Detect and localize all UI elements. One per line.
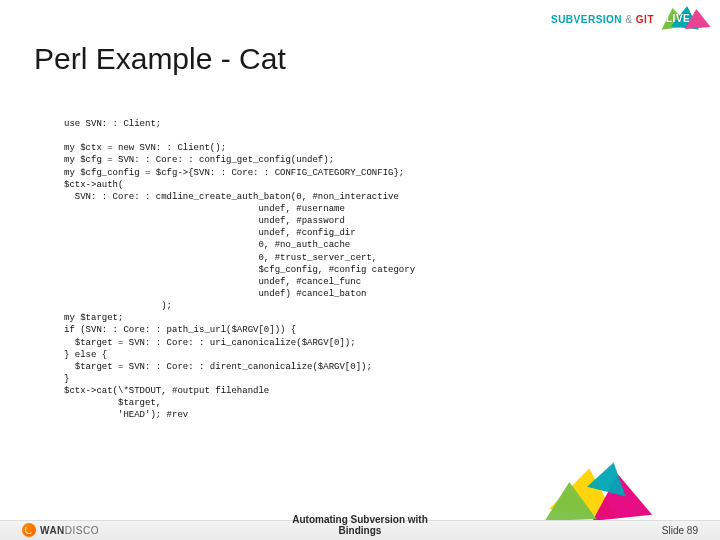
slide: SUBVERSION & GIT LIVE Perl Example - Cat…: [0, 0, 720, 540]
live-label: LIVE: [666, 13, 690, 24]
slide-number: Slide 89: [662, 525, 698, 536]
code-block: use SVN: : Client; my $ctx = new SVN: : …: [64, 118, 680, 422]
wandisco-icon: [22, 523, 36, 537]
brand-block: SUBVERSION & GIT LIVE: [551, 6, 710, 32]
wandisco-logo: WANDISCO: [22, 523, 99, 537]
footer: WANDISCO Automating Subversion with Bind…: [0, 492, 720, 540]
brand-subversion: SUBVERSION: [551, 14, 622, 25]
wandisco-text: WANDISCO: [40, 525, 99, 536]
brand-ampersand: &: [625, 14, 632, 25]
footer-caption: Automating Subversion with Bindings: [292, 514, 428, 536]
footer-caption-line1: Automating Subversion with: [292, 514, 428, 525]
page-title: Perl Example - Cat: [34, 42, 286, 76]
footer-caption-line2: Bindings: [292, 525, 428, 536]
brand-text: SUBVERSION & GIT: [551, 14, 654, 25]
triangle-icon: [587, 458, 633, 497]
brand-git: GIT: [636, 14, 654, 25]
wandisco-rest: DISCO: [65, 525, 99, 536]
live-badge: LIVE: [660, 6, 710, 32]
topbar: SUBVERSION & GIT LIVE: [0, 0, 720, 40]
wandisco-bold: WAN: [40, 525, 65, 536]
